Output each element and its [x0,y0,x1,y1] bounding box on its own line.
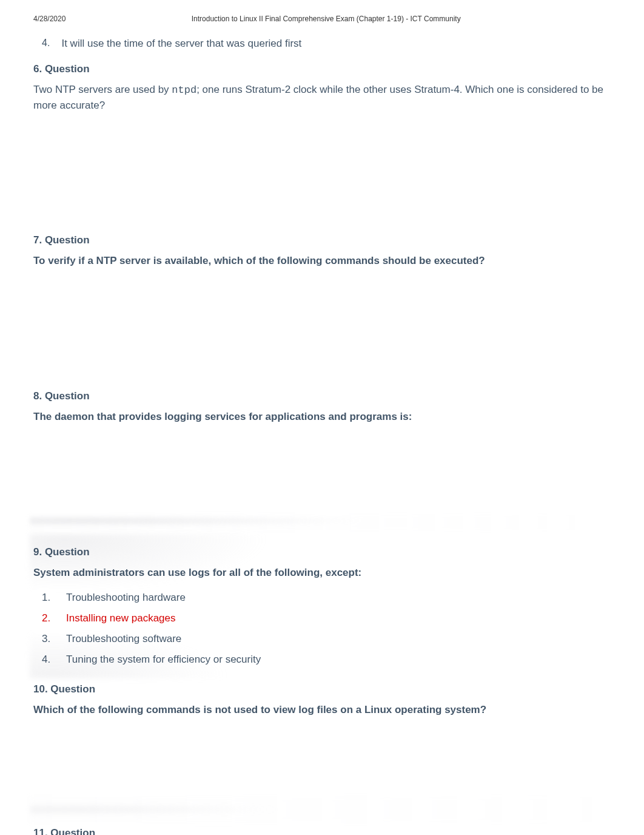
answer-option-correct: 2. Installing new packages [42,608,611,629]
answer-option: 3. Troubleshooting software [42,629,611,649]
question-11: 11. Question [33,827,611,835]
question-heading: 8. Question [33,390,611,402]
answer-space [33,724,611,815]
question-heading: 6. Question [33,63,611,75]
question-text-part: Two NTP servers are used by [33,84,172,95]
question-10: 10. Question Which of the following comm… [33,683,611,815]
option-text: Tuning the system for efficiency or secu… [66,649,261,670]
question-6: 6. Question Two NTP servers are used by … [33,63,611,222]
option-number: 2. [42,608,66,629]
answer-space [33,275,611,378]
option-text: Troubleshooting hardware [66,587,186,608]
prior-question-last-option: 4. It will use the time of the server th… [42,38,611,50]
option-text: It will use the time of the server that … [61,38,301,50]
question-heading: 11. Question [33,827,611,835]
option-text: Installing new packages [66,608,176,629]
question-text: To verify if a NTP server is available, … [33,254,611,269]
header-title: Introduction to Linux II Final Comprehen… [41,15,611,23]
inline-code: ntpd [172,84,196,96]
page-header: 4/28/2020 Introduction to Linux II Final… [33,0,611,29]
question-text: The daemon that provides logging service… [33,410,611,425]
question-text: Two NTP servers are used by ntpd; one ru… [33,83,611,113]
option-number: 1. [42,587,66,608]
question-8: 8. Question The daemon that provides log… [33,390,611,534]
question-9: 9. Question System administrators can us… [33,546,611,671]
answer-space [33,431,611,534]
option-number: 4. [42,38,59,49]
option-number: 3. [42,629,66,649]
question-heading: 7. Question [33,234,611,246]
answer-list: 1. Troubleshooting hardware 2. Installin… [42,587,611,670]
answer-option: 1. Troubleshooting hardware [42,587,611,608]
question-7: 7. Question To verify if a NTP server is… [33,234,611,378]
question-text: System administrators can use logs for a… [33,566,611,581]
question-heading: 9. Question [33,546,611,558]
option-text: Troubleshooting software [66,629,181,649]
question-text: Which of the following commands is not u… [33,703,611,718]
answer-space [33,119,611,222]
answer-option: 4. Tuning the system for efficiency or s… [42,649,611,670]
question-heading: 10. Question [33,683,611,695]
option-number: 4. [42,649,66,670]
